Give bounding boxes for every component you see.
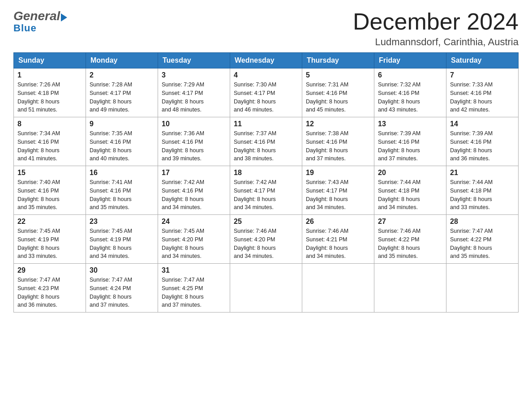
day-info: Sunrise: 7:38 AM Sunset: 4:16 PM Dayligh… — [306, 129, 370, 163]
calendar-cell: 12 Sunrise: 7:38 AM Sunset: 4:16 PM Dayl… — [302, 117, 374, 166]
day-number: 4 — [234, 71, 298, 79]
calendar-cell: 13 Sunrise: 7:39 AM Sunset: 4:16 PM Dayl… — [374, 117, 446, 166]
day-number: 17 — [162, 169, 226, 177]
day-info: Sunrise: 7:46 AM Sunset: 4:20 PM Dayligh… — [234, 227, 298, 261]
day-info: Sunrise: 7:46 AM Sunset: 4:22 PM Dayligh… — [378, 227, 442, 261]
calendar-cell: 24 Sunrise: 7:45 AM Sunset: 4:20 PM Dayl… — [158, 215, 230, 264]
day-number: 16 — [90, 169, 154, 177]
calendar-cell — [374, 264, 446, 313]
calendar-week-row: 22 Sunrise: 7:45 AM Sunset: 4:19 PM Dayl… — [14, 215, 519, 264]
logo-arrow-icon — [61, 13, 67, 21]
day-number: 19 — [306, 169, 370, 177]
calendar-cell: 7 Sunrise: 7:33 AM Sunset: 4:16 PM Dayli… — [446, 68, 519, 117]
calendar-cell: 22 Sunrise: 7:45 AM Sunset: 4:19 PM Dayl… — [14, 215, 86, 264]
logo-blue-text: Blue — [13, 22, 37, 34]
day-info: Sunrise: 7:47 AM Sunset: 4:23 PM Dayligh… — [17, 276, 82, 309]
calendar-header-friday: Friday — [374, 53, 446, 68]
day-info: Sunrise: 7:45 AM Sunset: 4:19 PM Dayligh… — [90, 227, 154, 261]
calendar-header-sunday: Sunday — [14, 53, 86, 68]
calendar-header-monday: Monday — [86, 53, 158, 68]
calendar-cell: 8 Sunrise: 7:34 AM Sunset: 4:16 PM Dayli… — [14, 117, 86, 166]
day-info: Sunrise: 7:33 AM Sunset: 4:16 PM Dayligh… — [450, 81, 515, 114]
calendar-cell: 9 Sunrise: 7:35 AM Sunset: 4:16 PM Dayli… — [86, 117, 158, 166]
day-number: 22 — [17, 218, 82, 226]
calendar-week-row: 29 Sunrise: 7:47 AM Sunset: 4:23 PM Dayl… — [14, 264, 519, 313]
day-number: 3 — [162, 71, 226, 79]
calendar-cell: 17 Sunrise: 7:42 AM Sunset: 4:16 PM Dayl… — [158, 166, 230, 215]
calendar-cell: 31 Sunrise: 7:47 AM Sunset: 4:25 PM Dayl… — [158, 264, 230, 313]
calendar-cell: 15 Sunrise: 7:40 AM Sunset: 4:16 PM Dayl… — [14, 166, 86, 215]
day-number: 8 — [17, 120, 82, 128]
calendar-cell: 27 Sunrise: 7:46 AM Sunset: 4:22 PM Dayl… — [374, 215, 446, 264]
calendar-cell: 10 Sunrise: 7:36 AM Sunset: 4:16 PM Dayl… — [158, 117, 230, 166]
day-info: Sunrise: 7:28 AM Sunset: 4:17 PM Dayligh… — [90, 81, 154, 114]
calendar-week-row: 15 Sunrise: 7:40 AM Sunset: 4:16 PM Dayl… — [14, 166, 519, 215]
calendar-cell: 18 Sunrise: 7:42 AM Sunset: 4:17 PM Dayl… — [230, 166, 302, 215]
calendar-cell: 26 Sunrise: 7:46 AM Sunset: 4:21 PM Dayl… — [302, 215, 374, 264]
day-number: 7 — [450, 71, 515, 79]
calendar-cell — [230, 264, 302, 313]
calendar-cell: 29 Sunrise: 7:47 AM Sunset: 4:23 PM Dayl… — [14, 264, 86, 313]
calendar-week-row: 1 Sunrise: 7:26 AM Sunset: 4:18 PM Dayli… — [14, 68, 519, 117]
calendar-header-row: SundayMondayTuesdayWednesdayThursdayFrid… — [14, 53, 519, 68]
day-number: 12 — [306, 120, 370, 128]
day-number: 24 — [162, 218, 226, 226]
day-number: 2 — [90, 71, 154, 79]
day-info: Sunrise: 7:47 AM Sunset: 4:25 PM Dayligh… — [162, 276, 226, 309]
day-info: Sunrise: 7:46 AM Sunset: 4:21 PM Dayligh… — [306, 227, 370, 261]
day-number: 27 — [378, 218, 442, 226]
day-info: Sunrise: 7:34 AM Sunset: 4:16 PM Dayligh… — [17, 129, 82, 163]
location-title: Ludmannsdorf, Carinthia, Austria — [353, 36, 519, 48]
month-title: December 2024 — [353, 9, 519, 34]
day-info: Sunrise: 7:29 AM Sunset: 4:17 PM Dayligh… — [162, 81, 226, 114]
day-number: 29 — [17, 266, 82, 274]
day-info: Sunrise: 7:45 AM Sunset: 4:20 PM Dayligh… — [162, 227, 226, 261]
day-info: Sunrise: 7:26 AM Sunset: 4:18 PM Dayligh… — [17, 81, 82, 114]
calendar-cell: 20 Sunrise: 7:44 AM Sunset: 4:18 PM Dayl… — [374, 166, 446, 215]
calendar-cell: 19 Sunrise: 7:43 AM Sunset: 4:17 PM Dayl… — [302, 166, 374, 215]
calendar-cell: 6 Sunrise: 7:32 AM Sunset: 4:16 PM Dayli… — [374, 68, 446, 117]
calendar-cell: 21 Sunrise: 7:44 AM Sunset: 4:18 PM Dayl… — [446, 166, 519, 215]
calendar-cell: 25 Sunrise: 7:46 AM Sunset: 4:20 PM Dayl… — [230, 215, 302, 264]
day-info: Sunrise: 7:42 AM Sunset: 4:16 PM Dayligh… — [162, 178, 226, 212]
day-number: 31 — [162, 266, 226, 274]
calendar-cell: 4 Sunrise: 7:30 AM Sunset: 4:17 PM Dayli… — [230, 68, 302, 117]
day-info: Sunrise: 7:35 AM Sunset: 4:16 PM Dayligh… — [90, 129, 154, 163]
day-info: Sunrise: 7:43 AM Sunset: 4:17 PM Dayligh… — [306, 178, 370, 212]
day-info: Sunrise: 7:32 AM Sunset: 4:16 PM Dayligh… — [378, 81, 442, 114]
calendar-cell: 3 Sunrise: 7:29 AM Sunset: 4:17 PM Dayli… — [158, 68, 230, 117]
page-header: General Blue December 2024 Ludmannsdorf,… — [13, 9, 519, 48]
day-number: 15 — [17, 169, 82, 177]
day-number: 20 — [378, 169, 442, 177]
calendar-header-saturday: Saturday — [446, 53, 519, 68]
day-number: 23 — [90, 218, 154, 226]
day-number: 21 — [450, 169, 515, 177]
day-info: Sunrise: 7:47 AM Sunset: 4:24 PM Dayligh… — [90, 276, 154, 309]
day-info: Sunrise: 7:39 AM Sunset: 4:16 PM Dayligh… — [378, 129, 442, 163]
calendar-cell — [446, 264, 519, 313]
calendar-cell: 11 Sunrise: 7:37 AM Sunset: 4:16 PM Dayl… — [230, 117, 302, 166]
day-info: Sunrise: 7:40 AM Sunset: 4:16 PM Dayligh… — [17, 178, 82, 212]
day-number: 9 — [90, 120, 154, 128]
calendar-cell: 14 Sunrise: 7:39 AM Sunset: 4:16 PM Dayl… — [446, 117, 519, 166]
calendar-cell: 5 Sunrise: 7:31 AM Sunset: 4:16 PM Dayli… — [302, 68, 374, 117]
day-info: Sunrise: 7:39 AM Sunset: 4:16 PM Dayligh… — [450, 129, 515, 163]
calendar-cell: 1 Sunrise: 7:26 AM Sunset: 4:18 PM Dayli… — [14, 68, 86, 117]
day-number: 6 — [378, 71, 442, 79]
logo-general-text: General — [13, 9, 60, 23]
calendar-table: SundayMondayTuesdayWednesdayThursdayFrid… — [13, 52, 519, 313]
day-number: 5 — [306, 71, 370, 79]
day-number: 25 — [234, 218, 298, 226]
day-info: Sunrise: 7:42 AM Sunset: 4:17 PM Dayligh… — [234, 178, 298, 212]
calendar-cell: 16 Sunrise: 7:41 AM Sunset: 4:16 PM Dayl… — [86, 166, 158, 215]
day-info: Sunrise: 7:31 AM Sunset: 4:16 PM Dayligh… — [306, 81, 370, 114]
calendar-cell: 28 Sunrise: 7:47 AM Sunset: 4:22 PM Dayl… — [446, 215, 519, 264]
calendar-header-wednesday: Wednesday — [230, 53, 302, 68]
day-info: Sunrise: 7:47 AM Sunset: 4:22 PM Dayligh… — [450, 227, 515, 261]
day-info: Sunrise: 7:37 AM Sunset: 4:16 PM Dayligh… — [234, 129, 298, 163]
day-info: Sunrise: 7:44 AM Sunset: 4:18 PM Dayligh… — [450, 178, 515, 212]
day-number: 11 — [234, 120, 298, 128]
title-block: December 2024 Ludmannsdorf, Carinthia, A… — [353, 9, 519, 48]
day-number: 1 — [17, 71, 82, 79]
day-number: 26 — [306, 218, 370, 226]
